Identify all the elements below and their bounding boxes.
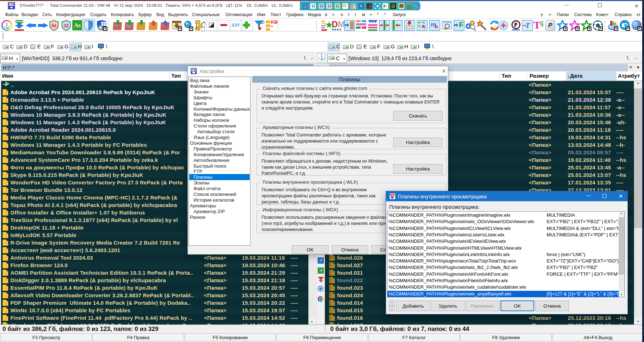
svg-text:✱: ✱ [258,26,262,31]
svg-text:64: 64 [52,23,57,28]
svg-text:32: 32 [64,23,69,28]
